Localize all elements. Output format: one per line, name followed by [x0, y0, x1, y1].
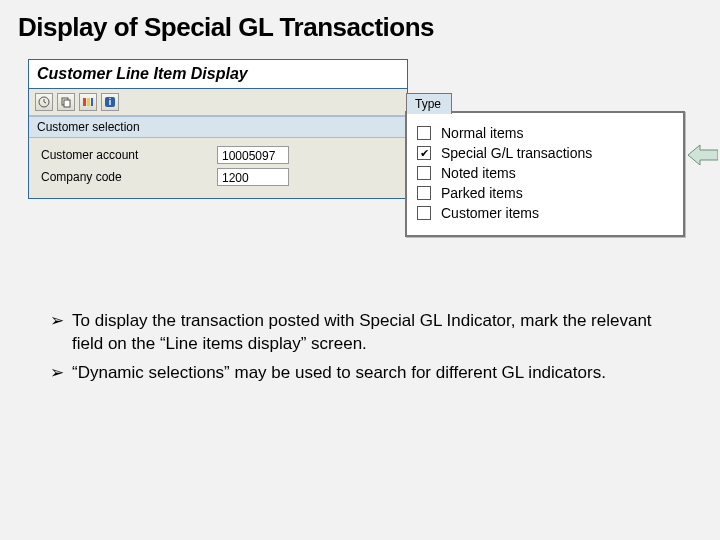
svg-rect-2	[64, 100, 70, 107]
bullet-item: ➢ “Dynamic selections” may be used to se…	[50, 362, 670, 385]
customer-account-row: Customer account 10005097	[37, 146, 399, 164]
copy-icon[interactable]	[57, 93, 75, 111]
type-panel: Type Normal items Special G/L transactio…	[405, 111, 685, 237]
checkbox-noted-items[interactable]	[417, 166, 431, 180]
checkbox-label: Noted items	[441, 165, 516, 181]
svg-rect-4	[87, 98, 90, 106]
bullet-text: To display the transaction posted with S…	[72, 310, 670, 356]
slide-title: Display of Special GL Transactions	[0, 0, 720, 49]
checkbox-special-gl[interactable]	[417, 146, 431, 160]
checkbox-label: Parked items	[441, 185, 523, 201]
clock-icon[interactable]	[35, 93, 53, 111]
checkbox-parked-items[interactable]	[417, 186, 431, 200]
checkbox-label: Special G/L transactions	[441, 145, 592, 161]
checkbox-row-customer-items: Customer items	[417, 205, 673, 221]
company-code-label: Company code	[37, 170, 217, 184]
svg-marker-8	[688, 145, 718, 165]
checkbox-label: Customer items	[441, 205, 539, 221]
checkbox-row-special-gl: Special G/L transactions	[417, 145, 673, 161]
panel-title: Customer Line Item Display	[29, 60, 407, 89]
dynamic-selections-icon[interactable]	[79, 93, 97, 111]
company-code-input[interactable]: 1200	[217, 168, 289, 186]
customer-account-input[interactable]: 10005097	[217, 146, 289, 164]
customer-line-item-panel: Customer Line Item Display i Customer se…	[28, 59, 408, 199]
arrow-indicator-icon	[688, 143, 718, 167]
bullet-list: ➢ To display the transaction posted with…	[50, 310, 670, 391]
svg-text:i: i	[109, 97, 112, 107]
toolbar: i	[29, 89, 407, 116]
checkbox-row-parked-items: Parked items	[417, 185, 673, 201]
svg-rect-3	[83, 98, 86, 106]
checkbox-normal-items[interactable]	[417, 126, 431, 140]
bullet-marker-icon: ➢	[50, 310, 72, 356]
customer-selection-label: Customer selection	[29, 116, 407, 138]
checkbox-row-noted-items: Noted items	[417, 165, 673, 181]
bullet-text: “Dynamic selections” may be used to sear…	[72, 362, 606, 385]
bullet-item: ➢ To display the transaction posted with…	[50, 310, 670, 356]
bullet-marker-icon: ➢	[50, 362, 72, 385]
type-tab[interactable]: Type	[406, 93, 452, 114]
customer-account-label: Customer account	[37, 148, 217, 162]
checkbox-row-normal-items: Normal items	[417, 125, 673, 141]
info-icon[interactable]: i	[101, 93, 119, 111]
svg-rect-5	[91, 98, 93, 106]
checkbox-customer-items[interactable]	[417, 206, 431, 220]
company-code-row: Company code 1200	[37, 168, 399, 186]
checkbox-label: Normal items	[441, 125, 523, 141]
